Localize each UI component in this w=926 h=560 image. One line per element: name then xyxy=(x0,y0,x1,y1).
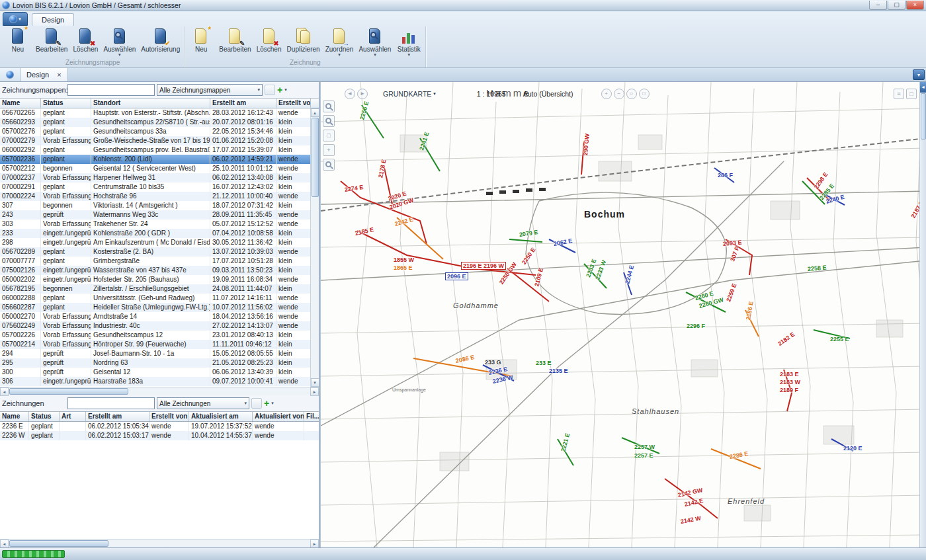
ribbon-button-duplizieren[interactable]: Duplizieren xyxy=(284,26,323,53)
table-row[interactable]: 233eingetr./ungeprüftKohlenstraße 200 ( … xyxy=(0,229,319,238)
close-tab-icon[interactable]: × xyxy=(57,71,61,78)
column-header-erstellt-von[interactable]: Erstellt von xyxy=(276,99,311,108)
select-circle-icon[interactable]: ○ xyxy=(626,89,637,99)
ribbon-button-neu[interactable]: *Neu xyxy=(3,26,33,53)
hscroll-thumb[interactable] xyxy=(9,388,128,395)
chevron-down-icon[interactable]: ▾ xyxy=(284,87,287,93)
scroll-down-icon[interactable]: ▼ xyxy=(311,378,319,387)
map-annotation[interactable]: 233 G xyxy=(485,359,501,366)
map-annotation[interactable]: 1855 W xyxy=(394,257,414,263)
column-header-status[interactable]: Status xyxy=(29,412,60,421)
chevron-down-icon[interactable]: ▾ xyxy=(271,401,274,406)
layers-icon[interactable]: ≡ xyxy=(894,89,904,99)
table-row[interactable]: 050002270Vorab ErfassungArndtstraße 1418… xyxy=(0,312,319,321)
zoom-plus-icon[interactable]: + xyxy=(601,89,612,99)
add-zeichnung-icon[interactable]: + xyxy=(264,398,269,409)
ribbon-tab-design[interactable]: Design xyxy=(32,13,74,26)
table-row[interactable]: 070002291geplantCentrumstraße 10 bis3516… xyxy=(0,182,319,192)
table-row[interactable]: 056782195begonnenZillertalstr. / Erschli… xyxy=(0,284,319,294)
table-row[interactable]: 050002202eingetr./ungeprüftHofsteder Str… xyxy=(0,275,319,284)
nav-forward-icon[interactable]: ► xyxy=(357,89,368,99)
map-annotation[interactable]: 2135 E xyxy=(549,368,568,374)
table-row[interactable]: 307begonnenViktoriastr. 14 ( Amtsgericht… xyxy=(0,201,319,210)
table-row[interactable]: 243geprüftWatermanns Weg 33c28.09.2011 1… xyxy=(0,210,319,220)
map-annotation[interactable]: 2296 F xyxy=(687,323,705,329)
map-view[interactable]: ◄ ► GRUNDKARTE ▾ 1 : 10965 Auto (Übersic… xyxy=(321,82,926,547)
close-button[interactable]: × xyxy=(906,1,924,10)
table-row[interactable]: 300geprüftGeisental 1206.06.2012 13:40:3… xyxy=(0,368,319,377)
map-annotation[interactable]: 286 F xyxy=(718,172,733,179)
zeichnungen-table-hscrollbar[interactable]: ◄ ► xyxy=(0,539,319,547)
vscroll-thumb[interactable] xyxy=(312,118,319,197)
add-mappe-icon[interactable]: + xyxy=(277,85,282,95)
zeichnungen-filter-input[interactable] xyxy=(67,397,155,409)
ribbon-button-l-schen[interactable]: ✖Löschen xyxy=(70,26,101,53)
map-annotation[interactable]: 233 E xyxy=(536,360,552,366)
ribbon-button-statistik[interactable]: Statistik▾ xyxy=(394,26,424,57)
column-header-standort[interactable]: Standort xyxy=(91,99,210,108)
mappen-table-vscrollbar[interactable]: ▲ ▼ xyxy=(310,108,319,387)
table-row[interactable]: 057002276geplantGesundheitscampus 33a22.… xyxy=(0,127,319,136)
table-row[interactable]: 057002212begonnenGeisental 12 ( Servicec… xyxy=(0,164,319,173)
table-row[interactable]: 057002226Vorab ErfassungGesundheitscampu… xyxy=(0,331,319,340)
ribbon-button-neu[interactable]: *Neu xyxy=(186,26,216,53)
map-annotation[interactable]: 2257 E xyxy=(634,452,653,459)
table-row[interactable]: 303Vorab ErfassungTrakehener Str. 2405.0… xyxy=(0,220,319,229)
column-header-aktualisiert-am[interactable]: Aktualisiert am xyxy=(189,412,253,421)
zoom-out-tool-icon[interactable] xyxy=(323,115,335,127)
zoom-minus-icon[interactable]: − xyxy=(614,89,624,99)
table-row[interactable]: 060002288geplantUniversitätsstr. (Geh-un… xyxy=(0,294,319,303)
scroll-right-icon[interactable]: ► xyxy=(310,540,319,548)
magnifier-tool-icon[interactable] xyxy=(323,159,335,171)
column-header-erstellt-von[interactable]: Erstellt von xyxy=(149,412,189,421)
table-row[interactable]: 298eingetr./ungeprüftAm Einkaufszentrum … xyxy=(0,238,319,247)
map-annotation[interactable]: 2183 E xyxy=(780,371,799,378)
table-row[interactable]: 306eingetr./ungeprüftHaarstraße 183a09.0… xyxy=(0,377,319,386)
map-annotation[interactable]: 2120 E xyxy=(843,445,863,452)
map-vscrollbar[interactable]: ◄ xyxy=(919,82,926,547)
column-header-fil[interactable]: Fil... xyxy=(304,412,319,421)
table-row[interactable]: 070002237Vorab ErfassungHarpener Hellweg… xyxy=(0,173,319,182)
table-row[interactable]: 294geprüftJosef-Baumann-Str. 10 - 1a15.0… xyxy=(0,349,319,358)
table-row[interactable]: 075002126eingetr./ungeprüftWasserstraße … xyxy=(0,266,319,275)
column-header-name[interactable]: Name xyxy=(0,99,41,108)
mappen-filter-dropdown[interactable]: Alle Zeichnungsmappen ▾ xyxy=(157,84,263,96)
map-vscroll-thumb[interactable] xyxy=(921,93,926,140)
column-header-erstellt-am[interactable]: Erstellt am xyxy=(86,412,149,421)
table-row[interactable]: 075602249Vorab ErfassungIndustriestr. 40… xyxy=(0,321,319,331)
map-annotation[interactable]: 1865 E xyxy=(394,264,413,271)
map-annotation[interactable]: 2096 E xyxy=(445,272,468,280)
table-row[interactable]: 056702265geplantHauptstr. von Esterstr.-… xyxy=(0,108,319,118)
nav-back-icon[interactable]: ◄ xyxy=(345,89,355,99)
scroll-left-icon[interactable]: ◄ xyxy=(0,387,9,396)
ribbon-button-autorisierung[interactable]: ✔Autorisierung xyxy=(138,26,183,53)
map-annotation[interactable]: 2189 F xyxy=(780,387,798,393)
scroll-left-icon[interactable]: ◄ xyxy=(0,540,9,548)
map-annotation[interactable]: 2183 W xyxy=(780,379,800,385)
maximize-button[interactable]: ▢ xyxy=(888,1,905,10)
scroll-right-icon[interactable]: ► xyxy=(310,387,319,396)
doc-tab-home[interactable] xyxy=(0,68,21,81)
filter-clear-icon[interactable] xyxy=(265,85,275,95)
hscroll-thumb[interactable] xyxy=(9,540,108,547)
ribbon-button-bearbeiten[interactable]: ✎Bearbeiten xyxy=(216,26,253,53)
minimize-button[interactable]: – xyxy=(869,1,887,10)
select-rect-icon[interactable]: □ xyxy=(639,89,650,99)
column-header-erstellt-am[interactable]: Erstellt am xyxy=(210,99,276,108)
filter-clear-icon[interactable] xyxy=(251,398,262,409)
zoom-window-tool-icon[interactable]: □ xyxy=(323,130,335,141)
mappen-filter-input[interactable] xyxy=(67,84,155,96)
map-annotation[interactable]: 2257 W xyxy=(634,444,655,450)
collapse-panel-icon[interactable]: ◄ xyxy=(920,82,926,93)
fullscreen-icon[interactable]: □ xyxy=(906,89,917,99)
ribbon-button-ausw-hlen[interactable]: Auswählen▾ xyxy=(356,26,394,57)
app-menu-button[interactable]: ▾ xyxy=(3,12,28,26)
zoom-in-tool-icon[interactable] xyxy=(323,100,335,112)
column-header-aktualisiert-von[interactable]: Aktualisiert von xyxy=(253,412,304,421)
table-row[interactable]: 057002236geplantKohlenstr. 200 (Lidl)06.… xyxy=(0,155,319,164)
table-row[interactable]: 060002292geplantGesundheitscampus prov. … xyxy=(0,145,319,155)
map-annotation[interactable]: 2255 E xyxy=(830,336,849,342)
basemap-dropdown[interactable]: GRUNDKARTE ▾ xyxy=(383,90,436,98)
zeichnungen-filter-dropdown[interactable]: Alle Zeichnungen ▾ xyxy=(157,397,249,409)
map-annotation[interactable]: 2196 E 2196 W xyxy=(461,262,506,270)
